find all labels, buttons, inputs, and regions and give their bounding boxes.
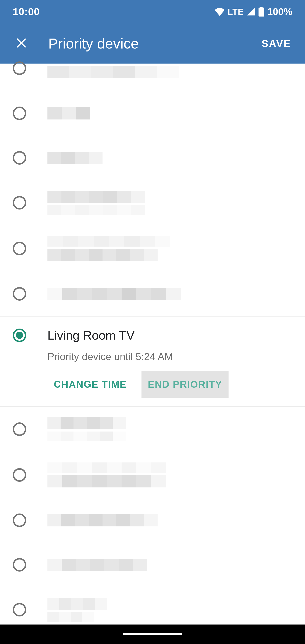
radio-unchecked[interactable] <box>13 242 26 255</box>
radio-unchecked[interactable] <box>13 558 26 572</box>
radio-unchecked[interactable] <box>13 514 26 527</box>
close-button[interactable] <box>11 33 31 54</box>
battery-percentage: 100% <box>267 6 292 17</box>
status-right: LTE 100% <box>214 6 292 17</box>
list-item[interactable] <box>0 91 305 136</box>
status-time: 10:00 <box>13 6 40 18</box>
list-item[interactable] <box>0 498 305 542</box>
status-bar: 10:00 LTE 100% <box>0 0 305 23</box>
end-priority-button[interactable]: END PRIORITY <box>142 371 228 398</box>
radio-unchecked[interactable] <box>13 468 26 482</box>
redacted-label <box>48 107 292 120</box>
redacted-label <box>48 417 292 441</box>
redacted-label <box>48 66 292 78</box>
redacted-label <box>48 152 292 164</box>
radio-checked[interactable] <box>13 328 26 342</box>
battery-icon <box>258 7 264 16</box>
selected-device-subtitle: Priority device until 5:24 AM <box>48 351 292 362</box>
list-item[interactable] <box>0 406 305 452</box>
close-icon <box>15 37 27 50</box>
redacted-label <box>48 514 292 526</box>
radio-unchecked[interactable] <box>13 603 26 616</box>
radio-unchecked[interactable] <box>13 196 26 210</box>
redacted-label <box>48 559 292 571</box>
screen-root: 10:00 LTE 100% Priority device SAVE <box>0 0 305 644</box>
list-item[interactable] <box>0 180 305 226</box>
redacted-label <box>48 236 292 261</box>
list-item[interactable] <box>0 542 305 587</box>
radio-unchecked[interactable] <box>13 151 26 164</box>
radio-unchecked[interactable] <box>13 287 26 300</box>
home-indicator[interactable] <box>123 633 182 635</box>
device-list: Living Room TV Priority device until 5:2… <box>0 64 305 632</box>
selected-device-name: Living Room TV <box>48 328 135 342</box>
list-item[interactable] <box>0 452 305 498</box>
radio-unchecked[interactable] <box>13 62 26 75</box>
radio-unchecked[interactable] <box>13 422 26 436</box>
redacted-label <box>48 598 292 622</box>
save-button[interactable]: SAVE <box>258 34 294 54</box>
list-item[interactable] <box>0 226 305 272</box>
network-label: LTE <box>228 7 244 16</box>
cellular-icon <box>246 8 256 16</box>
selected-device-item[interactable]: Living Room TV Priority device until 5:2… <box>0 316 305 406</box>
page-title: Priority device <box>48 35 258 52</box>
list-item[interactable] <box>0 64 305 91</box>
redacted-label <box>48 462 292 488</box>
change-time-button[interactable]: CHANGE TIME <box>48 371 133 398</box>
redacted-label <box>48 288 292 300</box>
list-item[interactable] <box>0 272 305 316</box>
selected-device-actions: CHANGE TIME END PRIORITY <box>48 371 292 398</box>
wifi-icon <box>214 8 225 16</box>
redacted-label <box>48 191 292 215</box>
app-bar: Priority device SAVE <box>0 23 305 64</box>
list-item[interactable] <box>0 136 305 180</box>
radio-unchecked[interactable] <box>13 106 26 120</box>
system-nav-bar <box>0 624 305 644</box>
